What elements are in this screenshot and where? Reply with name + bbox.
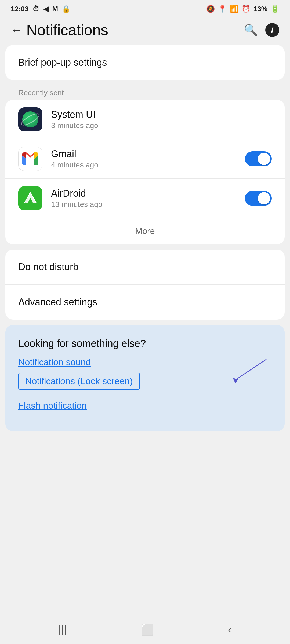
lock-screen-link[interactable]: Notifications (Lock screen)	[18, 373, 140, 390]
gmail-time: 4 minutes ago	[51, 161, 231, 169]
systemui-info: System UI 3 minutes ago	[51, 109, 272, 130]
divider	[240, 191, 240, 206]
gmail-logo-svg	[22, 152, 38, 165]
gmail-app-icon	[18, 147, 42, 171]
recently-sent-card: System UI 3 minutes ago Gmail 4 minutes …	[5, 100, 285, 244]
recent-apps-button[interactable]: |||	[59, 624, 67, 636]
do-not-disturb-item[interactable]: Do not disturb	[5, 250, 285, 284]
location-icon: 📍	[218, 5, 227, 13]
systemui-app-icon	[18, 107, 42, 131]
brief-popup-item[interactable]: Brief pop-up settings	[5, 45, 285, 80]
notification-sound-link[interactable]: Notification sound	[18, 357, 272, 367]
airdroid-name: AirDroid	[51, 188, 231, 199]
planet-graphic	[22, 111, 38, 127]
svg-marker-3	[233, 378, 238, 383]
orbit-graphic	[20, 111, 41, 128]
settings-card: Do not disturb Advanced settings	[5, 250, 285, 320]
info-button[interactable]: i	[265, 23, 279, 37]
alarm-icon: ⏱	[32, 5, 39, 13]
battery-level: 13%	[253, 5, 267, 13]
gmail-toggle-area	[240, 151, 272, 166]
battery-icon: 🔋	[271, 5, 279, 13]
flash-notification-link[interactable]: Flash notification	[18, 400, 272, 411]
gmail-toggle[interactable]	[245, 151, 272, 166]
page-title: Notifications	[26, 21, 108, 39]
mute-icon: 🔕	[206, 5, 215, 13]
clock-icon: ⏰	[242, 5, 250, 13]
volume-off-icon: ◀	[43, 5, 49, 13]
arrow-container: Notifications (Lock screen)	[18, 373, 272, 395]
security-icon: 🔒	[62, 5, 70, 13]
back-nav-button[interactable]: ‹	[228, 624, 231, 636]
back-button[interactable]: ←	[11, 24, 22, 36]
gmail-status-icon: M	[52, 5, 58, 13]
status-left: 12:03 ⏱ ◀ M 🔒	[11, 5, 70, 13]
looking-title: Looking for something else?	[18, 338, 272, 349]
status-time: 12:03	[11, 5, 29, 13]
recently-sent-label: Recently sent	[0, 85, 290, 100]
divider	[240, 151, 240, 166]
list-item[interactable]: System UI 3 minutes ago	[5, 100, 285, 139]
info-icon: i	[271, 25, 274, 35]
gmail-info: Gmail 4 minutes ago	[51, 148, 231, 169]
wifi-icon: 📶	[230, 5, 238, 13]
advanced-settings-item[interactable]: Advanced settings	[5, 284, 285, 320]
header-icons: 🔍 i	[244, 23, 279, 37]
airdroid-time: 13 minutes ago	[51, 200, 231, 209]
advanced-settings-label: Advanced settings	[18, 297, 97, 308]
more-button[interactable]: More	[5, 218, 285, 244]
home-button[interactable]: ⬜	[141, 623, 154, 636]
status-right: 🔕 📍 📶 ⏰ 13% 🔋	[206, 5, 279, 13]
airdroid-logo-svg	[22, 190, 38, 206]
list-item[interactable]: AirDroid 13 minutes ago	[5, 178, 285, 218]
brief-popup-card[interactable]: Brief pop-up settings	[5, 45, 285, 80]
page-header: ← Notifications 🔍 i	[0, 16, 290, 45]
airdroid-toggle-area	[240, 191, 272, 206]
looking-card: Looking for something else? Notification…	[5, 325, 285, 431]
gmail-name: Gmail	[51, 148, 231, 160]
systemui-time: 3 minutes ago	[51, 121, 272, 130]
systemui-name: System UI	[51, 109, 272, 120]
do-not-disturb-label: Do not disturb	[18, 261, 78, 272]
header-left: ← Notifications	[11, 21, 108, 39]
search-button[interactable]: 🔍	[244, 23, 258, 36]
airdroid-toggle[interactable]	[245, 191, 272, 206]
nav-bar: ||| ⬜ ‹	[0, 615, 290, 644]
airdroid-app-icon	[18, 186, 42, 210]
list-item[interactable]: Gmail 4 minutes ago	[5, 139, 285, 178]
status-bar: 12:03 ⏱ ◀ M 🔒 🔕 📍 📶 ⏰ 13% 🔋	[0, 0, 290, 16]
brief-popup-label: Brief pop-up settings	[18, 57, 107, 68]
airdroid-info: AirDroid 13 minutes ago	[51, 188, 231, 209]
